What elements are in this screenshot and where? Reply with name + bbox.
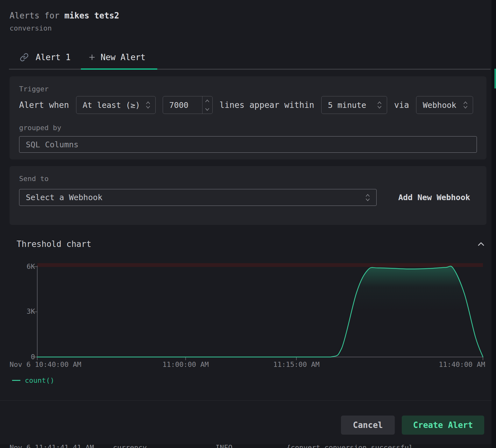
cancel-button[interactable]: Cancel — [341, 416, 395, 435]
tab-new-alert-label: New Alert — [101, 52, 145, 62]
tab-new-alert[interactable]: New Alert — [88, 50, 145, 64]
grouped-by-input[interactable] — [19, 136, 477, 153]
legend-series-label: count() — [25, 376, 54, 384]
comparator-select[interactable]: At least (≥) — [76, 96, 156, 114]
y-tick-6k: 6K — [10, 262, 35, 270]
trigger-panel: Trigger Alert when At least (≥) — [10, 76, 486, 159]
threshold-chart-header: Threshold chart — [17, 239, 485, 249]
x-tick-start: Nov 6 10:40:00 AM — [10, 360, 81, 368]
log-level: INFO — [216, 444, 232, 448]
footer-divider — [0, 400, 496, 401]
threshold-chart — [0, 260, 496, 362]
grouped-by-label: grouped by — [19, 124, 477, 132]
select-chevrons-icon — [463, 100, 468, 110]
log-message: {convert conversion successful — [287, 444, 413, 448]
count-series-fill — [37, 266, 483, 357]
number-steppers — [202, 96, 212, 114]
legend-line-swatch — [12, 380, 20, 381]
page-title-prefix: Alerts for — [10, 11, 60, 20]
page-title: Alerts for mikes tets2 — [10, 11, 119, 20]
select-chevrons-icon — [365, 193, 371, 202]
add-new-webhook-button[interactable]: Add New Webhook — [396, 192, 472, 202]
send-to-row: Select a Webhook Add New Webhook — [19, 189, 477, 206]
threshold-number-input[interactable] — [163, 96, 213, 114]
select-chevrons-icon — [145, 100, 151, 110]
stepper-up-icon[interactable] — [202, 96, 212, 105]
tab-alert-1[interactable]: Alert 1 — [20, 50, 71, 64]
trigger-section-label: Trigger — [19, 85, 477, 93]
webhook-select[interactable]: Select a Webhook — [19, 189, 377, 206]
comparator-value: At least (≥) — [83, 101, 140, 110]
send-to-panel: Send to Select a Webhook Add New Webhook — [10, 166, 486, 225]
background-right-sliver — [492, 0, 496, 448]
x-tick-1115: 11:15:00 AM — [273, 360, 320, 368]
log-field: currency — [113, 444, 147, 448]
select-chevrons-icon — [377, 100, 382, 110]
y-tick-0: 0 — [10, 353, 35, 361]
chart-legend: count() — [12, 376, 54, 384]
dataset-subtitle: conversion — [10, 24, 52, 32]
background-green-accent — [494, 69, 496, 88]
threshold-value-field[interactable] — [163, 96, 202, 114]
stepper-down-icon[interactable] — [202, 105, 212, 114]
via-label: via — [394, 100, 409, 110]
alert-when-label: Alert when — [19, 100, 69, 110]
channel-select[interactable]: Webhook — [416, 96, 473, 114]
link-icon — [20, 53, 29, 62]
threshold-exceed-band — [37, 263, 483, 267]
window-value: 5 minute — [328, 101, 366, 110]
send-to-label: Send to — [19, 175, 477, 183]
log-timestamp: Nov 6 11:41:41.41 AM — [10, 444, 94, 448]
lines-appear-label: lines appear within — [220, 100, 314, 110]
trigger-row: Alert when At least (≥) — [19, 96, 477, 114]
collapse-chevron-up-icon[interactable] — [477, 240, 485, 248]
tab-alert-1-label: Alert 1 — [36, 52, 71, 62]
threshold-chart-title: Threshold chart — [17, 239, 91, 249]
active-tab-underline — [81, 68, 157, 70]
alerts-modal: Alerts for mikes tets2 conversion Alert … — [0, 0, 496, 448]
x-tick-1100: 11:00:00 AM — [162, 360, 209, 368]
y-tick-3k: 3K — [10, 307, 35, 315]
plus-icon — [88, 53, 96, 61]
webhook-select-value: Select a Webhook — [26, 193, 103, 202]
background-log-row: Nov 6 11:41:41.41 AM currency INFO {conv… — [0, 444, 496, 448]
dataset-name: mikes tets2 — [64, 11, 119, 20]
create-alert-button[interactable]: Create Alert — [402, 416, 484, 435]
channel-value: Webhook — [423, 101, 456, 110]
window-select[interactable]: 5 minute — [321, 96, 387, 114]
x-tick-end: 11:40:00 AM — [439, 360, 485, 368]
